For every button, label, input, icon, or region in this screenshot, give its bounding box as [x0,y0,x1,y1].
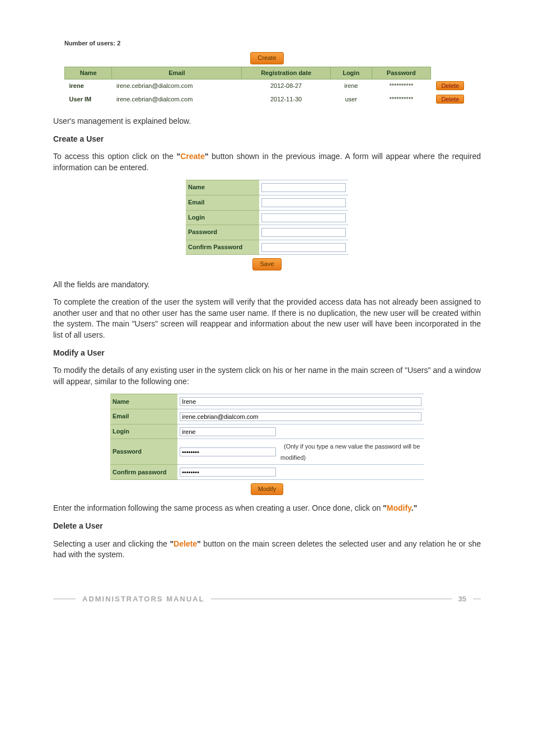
create-word: Create [180,152,205,161]
quote: " [197,539,201,548]
password-field[interactable] [180,447,276,456]
paragraph: Enter the information following the same… [53,503,481,514]
delete-button[interactable]: Delete [436,81,464,90]
delete-word: Delete [174,539,197,548]
paragraph: User's management is explained below. [53,116,481,127]
quote: " [414,503,418,512]
lbl-name: Name [110,394,177,409]
footer-line [473,599,481,599]
th-actions [431,67,470,79]
modify-word: Modify [387,503,411,512]
text-span: Selecting a user and clicking the [53,539,170,548]
text-span: Enter the information following the same… [53,503,383,512]
table-header-row: Name Email Registration date Login Passw… [65,67,470,79]
email-field[interactable] [261,198,346,207]
row-regdate: 2012-08-27 [242,80,330,93]
lbl-email: Email [186,195,259,210]
modify-button[interactable]: Modify [251,483,283,495]
users-block: Number of users: 2 Create Name Email Reg… [64,39,470,106]
row-password: ********** [372,80,430,93]
lbl-name: Name [186,180,259,195]
row-regdate: 2012-11-30 [242,93,330,106]
lbl-login: Login [186,210,259,225]
footer-title: ADMINISTRATORS MANUAL [82,594,204,604]
row-name[interactable]: User IM [65,93,112,106]
modify-user-heading: Modify a User [53,348,481,359]
th-password: Password [372,67,430,79]
password-hint: (Only if you type a new value the passwo… [280,443,420,461]
row-login: user [330,93,372,106]
paragraph: To complete the creation of the user the… [53,297,481,340]
modify-form: Name Email Login Password (Only if you t… [110,394,424,495]
table-row: irene irene.cebrian@dialcom.com 2012-08-… [65,80,470,93]
th-name: Name [65,67,112,79]
lbl-password: Password [110,439,177,465]
quote: " [383,503,387,512]
confirm-password-field[interactable] [261,243,346,252]
paragraph: To access this option click on the "Crea… [53,151,481,173]
row-email: irene.cebrian@dialcom.com [112,93,242,106]
row-email: irene.cebrian@dialcom.com [112,80,242,93]
footer-line [53,599,76,599]
login-field[interactable] [261,213,346,222]
save-button[interactable]: Save [252,258,281,270]
paragraph: To modify the details of any existing us… [53,365,481,387]
lbl-login: Login [110,424,177,439]
row-login: irene [330,80,372,93]
create-button[interactable]: Create [250,52,283,64]
password-field[interactable] [261,228,346,237]
confirm-password-field[interactable] [180,468,276,477]
lbl-password: Password [186,225,259,240]
name-field[interactable] [261,183,346,192]
page-footer: ADMINISTRATORS MANUAL 35 [53,594,481,604]
delete-user-heading: Delete a User [53,521,481,532]
lbl-email: Email [110,409,177,424]
th-login: Login [330,67,372,79]
row-name[interactable]: irene [65,80,112,93]
num-users-label: Number of users: 2 [64,39,470,48]
create-user-heading: Create a User [53,134,481,145]
footer-line [211,599,451,599]
name-field[interactable] [180,397,421,406]
num-users-text: Number of users: [64,40,115,46]
create-form: Name Email Login Password Confirm Passwo… [186,180,348,270]
text-span: To access this option click on the [53,152,176,161]
lbl-confirm: Confirm Password [186,240,259,255]
paragraph: Selecting a user and clicking the "Delet… [53,539,481,561]
delete-button[interactable]: Delete [436,95,464,104]
table-row: User IM irene.cebrian@dialcom.com 2012-1… [65,93,470,106]
users-table: Name Email Registration date Login Passw… [64,67,470,106]
th-regdate: Registration date [242,67,330,79]
th-email: Email [112,67,242,79]
email-field[interactable] [180,412,421,421]
footer-page: 35 [458,594,466,604]
paragraph: All the fields are mandatory. [53,279,481,291]
num-users-value: 2 [117,40,120,46]
login-field[interactable] [180,427,276,436]
lbl-confirm: Confirm password [110,465,177,480]
row-password: ********** [372,93,430,106]
